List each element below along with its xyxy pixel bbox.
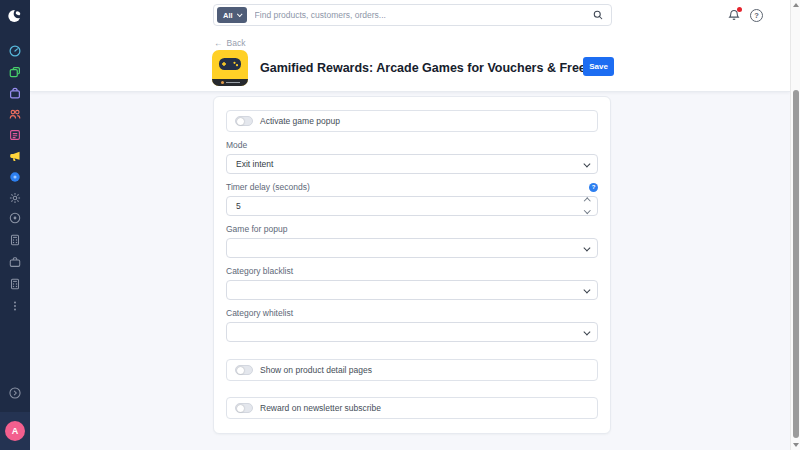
calculator-icon (8, 277, 22, 291)
sidebar-item-extensions[interactable] (0, 166, 30, 187)
sidebar-user-section: A (0, 412, 30, 450)
sidebar-main-nav (0, 40, 30, 208)
toggle-field-activate-game-popup: Activate game popup (226, 110, 598, 132)
chevron-down-icon (583, 328, 589, 334)
notification-dot (737, 7, 742, 12)
sidebar-item-catalogues[interactable] (0, 61, 30, 82)
help-button[interactable]: ? (750, 9, 763, 22)
label-text: Category blacklist (226, 266, 293, 277)
ellipsis-vertical-icon (8, 299, 22, 313)
toggle-label: Activate game popup (260, 116, 340, 126)
shopware-logo-icon[interactable] (7, 8, 23, 24)
scroll-up-arrow-icon[interactable] (793, 3, 799, 7)
sidebar-item-briefcase[interactable] (0, 251, 30, 273)
layers-icon (8, 65, 22, 79)
stepper-up-icon[interactable] (584, 198, 590, 204)
briefcase-icon (8, 255, 22, 269)
global-search: All (213, 4, 612, 26)
field-label-category-whitelist: Category whitelist (226, 308, 598, 319)
sidebar-item-orders[interactable] (0, 82, 30, 103)
select-category-blacklist[interactable] (226, 280, 598, 300)
stepper-down-icon[interactable] (584, 207, 590, 213)
back-label: Back (227, 38, 246, 48)
topbar: All ? (30, 0, 790, 30)
field-label-mode: Mode (226, 140, 598, 151)
question-mark-glyph: ? (592, 182, 596, 193)
gear-icon (8, 191, 22, 205)
field-label-game-for-popup: Game for popup (226, 224, 598, 235)
toggle-switch-activate-game-popup[interactable] (235, 116, 253, 126)
sidebar-item-calculator-alt[interactable] (0, 273, 30, 295)
topbar-icons: ? (727, 8, 763, 22)
search-icon[interactable] (592, 9, 604, 21)
gauge-icon (8, 44, 22, 58)
chevron-down-icon (583, 244, 589, 250)
label-text: Mode (226, 140, 247, 151)
notifications-button[interactable] (727, 8, 741, 22)
sidebar-item-dashboard[interactable] (0, 40, 30, 61)
title-row: Gamified Rewards: Arcade Games for Vouch… (212, 50, 612, 86)
help-icon[interactable]: ? (589, 183, 598, 192)
sidebar-item-marketing[interactable] (0, 145, 30, 166)
scrollbar-thumb[interactable] (793, 90, 799, 438)
extensions-icon (8, 170, 22, 184)
toggle-switch-show-on-product-detail-pages[interactable] (235, 365, 253, 375)
app-icon (212, 50, 248, 86)
back-link[interactable]: ← Back (214, 38, 245, 48)
sidebar-item-target[interactable] (0, 207, 30, 229)
question-mark-icon: ? (754, 11, 759, 20)
sidebar-item-calculator[interactable] (0, 229, 30, 251)
chevron-down-icon (583, 160, 589, 166)
sidebar-item-customers[interactable] (0, 103, 30, 124)
select-game-for-popup[interactable] (226, 238, 598, 258)
app-icon-brand-band (212, 79, 248, 86)
toggle-knob (237, 367, 244, 374)
pages-icon (8, 128, 22, 142)
toggle-knob (237, 405, 244, 412)
target-icon (8, 211, 22, 225)
search-input[interactable] (247, 10, 592, 20)
plugin-config-card: Activate game popup Mode Exit intent Tim… (213, 96, 611, 434)
label-text: Timer delay (seconds) (226, 182, 310, 193)
number-field-timer-delay (226, 196, 598, 216)
avatar[interactable]: A (5, 421, 25, 441)
label-text: Category whitelist (226, 308, 293, 319)
toggle-label: Reward on newsletter subscribe (260, 403, 381, 413)
save-button[interactable]: Save (583, 57, 614, 76)
chevron-down-icon (583, 286, 589, 292)
sidebar: A (0, 0, 30, 450)
field-label-timer-delay: Timer delay (seconds) ? (226, 182, 598, 193)
toggle-switch-reward-on-newsletter-subscribe[interactable] (235, 403, 253, 413)
page-title: Gamified Rewards: Arcade Games for Vouch… (260, 61, 612, 75)
megaphone-icon (8, 149, 22, 163)
content-area: Activate game popup Mode Exit intent Tim… (30, 92, 790, 450)
sidebar-expand-button[interactable] (8, 386, 22, 400)
shopping-bag-icon (8, 86, 22, 100)
label-text: Game for popup (226, 224, 287, 235)
game-controller-icon (218, 57, 242, 73)
select-value: Exit intent (236, 159, 273, 169)
sidebar-item-more[interactable] (0, 295, 30, 317)
number-steppers (585, 199, 590, 212)
select-category-whitelist[interactable] (226, 322, 598, 342)
chevron-down-icon (236, 11, 242, 17)
scroll-down-arrow-icon[interactable] (793, 443, 799, 447)
toggle-label: Show on product detail pages (260, 365, 372, 375)
timer-delay-input[interactable] (227, 201, 560, 211)
calculator-icon (8, 233, 22, 247)
brand-gear-icon (221, 81, 224, 84)
toggle-knob (237, 118, 244, 125)
chevron-right-circle-icon (8, 386, 22, 400)
select-mode[interactable]: Exit intent (226, 154, 598, 174)
sidebar-item-settings[interactable] (0, 187, 30, 208)
search-scope-button[interactable]: All (217, 7, 247, 23)
field-label-category-blacklist: Category blacklist (226, 266, 598, 277)
back-arrow-icon: ← (214, 38, 223, 48)
brand-text (226, 82, 240, 84)
scrollbar[interactable] (790, 0, 800, 450)
sidebar-item-content[interactable] (0, 124, 30, 145)
toggle-field-show-on-product-detail-pages: Show on product detail pages (226, 359, 598, 381)
toggle-field-reward-on-newsletter-subscribe: Reward on newsletter subscribe (226, 397, 598, 419)
sidebar-secondary-nav (0, 207, 30, 317)
search-scope-label: All (223, 11, 233, 20)
